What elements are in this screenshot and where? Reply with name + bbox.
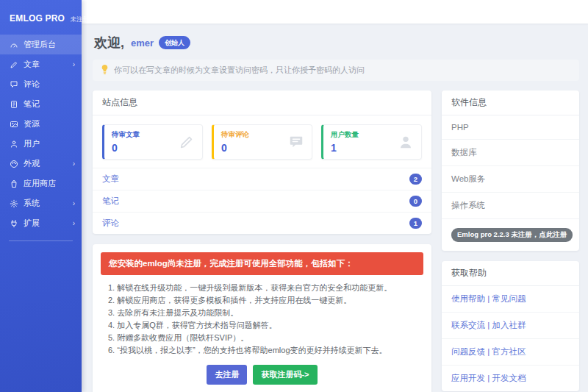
sidebar-item-comments[interactable]: 评论 [0,74,82,94]
register-alert-heading: 您安装的emlog尚未注册，完成注册可使用全部功能，包括如下： [101,252,423,275]
pencil-icon [179,134,195,150]
software-row-database: 数据库 [442,140,579,166]
register-notice-card: 您安装的emlog尚未注册，完成注册可使用全部功能，包括如下： 1. 解锁在线升… [93,244,431,392]
main-area: 欢迎, emer 创始人 你可以在写文章的时候为文章设置访问密码，只让你授予密码… [82,0,588,392]
site-link-notes[interactable]: 笔记 0 [93,190,431,212]
image-icon [10,120,18,129]
sidebar-item-system[interactable]: 系统 › [0,193,82,213]
tip-banner: 你可以在写文章的时候为文章设置访问密码，只让你授予密码的人访问 [93,60,579,81]
sidebar-item-appearance[interactable]: 外观 › [0,154,82,174]
help-card: 获取帮助 使用帮助 | 常见问题 联系交流 | 加入社群 问题反馈 | 官方社区… [442,261,579,391]
sidebar: EMLOG PRO 未注册 管理后台 文章 › 评论 [0,0,82,392]
tip-text: 你可以在写文章的时候为文章设置访问密码，只让你授予密码的人访问 [114,65,365,76]
sidebar-item-extensions[interactable]: 扩展 › [0,213,82,233]
stat-value: 0 [221,142,249,154]
sidebar-item-label: 笔记 [24,99,40,110]
store-icon [10,179,18,188]
sidebar-item-resources[interactable]: 资源 [0,114,82,134]
palette-icon [10,160,18,168]
sidebar-item-label: 系统 [24,198,40,209]
stat-card-user-count: 用户数量 1 [321,124,422,160]
sidebar-item-label: 扩展 [24,218,40,229]
sidebar-item-notes[interactable]: 笔记 [0,94,82,114]
register-benefit-item: 4. 加入专属Q群，获得官方技术指导问题解答。 [108,320,421,331]
sidebar-item-label: 外观 [24,158,40,169]
link-label: 评论 [102,218,119,229]
version-register-badge[interactable]: Emlog pro 2.2.3 未注册，点此注册 [451,228,573,242]
chevron-right-icon: › [73,61,75,68]
sidebar-item-label: 文章 [24,59,40,70]
gear-icon [10,199,18,208]
get-register-code-button[interactable]: 获取注册码-> [253,365,317,385]
link-label: 笔记 [102,196,119,207]
sidebar-item-articles[interactable]: 文章 › [0,54,82,74]
register-benefit-item: 5. 附赠多款收费应用（限铁杆SVIP）。 [108,332,421,343]
stat-label: 用户数量 [331,130,359,140]
stat-card-pending-comments: 待审评论 0 [212,124,312,160]
username-link[interactable]: emer [131,38,154,49]
notebook-icon [10,100,18,109]
emlog-admin-app: EMLOG PRO 未注册 管理后台 文章 › 评论 [0,0,588,392]
pencil-icon [10,60,18,69]
help-link-feedback[interactable]: 问题反馈 | 官方社区 [442,339,579,366]
sidebar-item-label: 管理后台 [24,39,56,50]
plugin-icon [10,219,18,228]
help-title: 获取帮助 [442,261,579,286]
dashboard-icon [10,40,18,49]
user-icon [398,134,414,150]
site-info-title: 站点信息 [93,90,431,115]
user-icon [10,140,18,149]
software-row-os: 操作系统 [442,193,579,219]
sidebar-item-label: 资源 [24,118,40,129]
register-benefit-item: 3. 去除所有未注册提示及功能限制。 [108,307,421,318]
chevron-right-icon: › [73,220,75,227]
register-benefit-item: 1. 解锁在线升级功能，一键升级到最新版本，获得来自官方的安全和功能更新。 [108,282,421,293]
chevron-right-icon: › [73,200,75,207]
sidebar-item-label: 用户 [24,138,40,149]
sidebar-item-users[interactable]: 用户 [0,134,82,154]
brand-name: EMLOG PRO [10,13,65,24]
topbar [82,0,588,24]
role-badge: 创始人 [159,36,190,49]
stat-value: 0 [112,142,140,154]
site-info-card: 站点信息 待审文章 0 [93,90,431,234]
software-info-card: 软件信息 PHP 数据库 Web服务 操作系统 Emlog pro 2.2.3 … [442,90,579,251]
chevron-right-icon: › [73,160,75,168]
count-badge: 2 [409,174,422,185]
count-badge: 1 [409,218,422,229]
count-badge: 0 [409,196,422,207]
software-info-title: 软件信息 [442,90,579,115]
site-link-comments[interactable]: 评论 1 [93,212,431,234]
stat-label: 待审文章 [112,130,140,140]
link-label: 文章 [102,174,119,185]
software-row-web-server: Web服务 [442,166,579,193]
stat-value: 1 [331,142,359,154]
content: 欢迎, emer 创始人 你可以在写文章的时候为文章设置访问密码，只让你授予密码… [82,24,588,392]
sidebar-item-label: 评论 [24,79,40,90]
comment-icon [10,80,18,89]
help-link-dev-docs[interactable]: 应用开发 | 开发文档 [442,366,579,391]
stat-card-pending-articles: 待审文章 0 [102,124,203,160]
sidebar-nav: 管理后台 文章 › 评论 笔记 [0,35,82,233]
software-row-php: PHP [442,115,579,140]
brand-unregistered-badge: 未注册 [71,15,90,23]
go-register-button[interactable]: 去注册 [207,365,247,385]
site-link-rows: 文章 2 笔记 0 评论 1 [93,168,431,234]
help-link-usage[interactable]: 使用帮助 | 常见问题 [442,286,579,313]
sidebar-item-app-store[interactable]: 应用商店 [0,174,82,193]
register-benefit-item: 6. “投我以桃，报之以李”，您的支持也将帮助emlog变的更好并持续更新下去。 [108,345,421,356]
comment-icon [288,134,304,150]
site-link-articles[interactable]: 文章 2 [93,168,431,190]
sidebar-item-dashboard[interactable]: 管理后台 [0,35,82,54]
welcome-row: 欢迎, emer 创始人 [94,34,579,51]
register-benefits-list: 1. 解锁在线升级功能，一键升级到最新版本，获得来自官方的安全和功能更新。 2.… [93,278,431,356]
lightbulb-icon [100,64,110,76]
help-link-contact[interactable]: 联系交流 | 加入社群 [442,313,579,339]
sidebar-item-label: 应用商店 [24,178,56,189]
register-benefit-item: 2. 解锁应用商店，获得更多模板和插件，并支持应用在线一键更新。 [108,295,421,306]
site-stats: 待审文章 0 待审评论 0 [93,115,431,168]
sidebar-divider [9,240,73,241]
stat-label: 待审评论 [221,130,249,140]
brand[interactable]: EMLOG PRO 未注册 [0,0,82,35]
page-title: 欢迎, [94,34,124,51]
